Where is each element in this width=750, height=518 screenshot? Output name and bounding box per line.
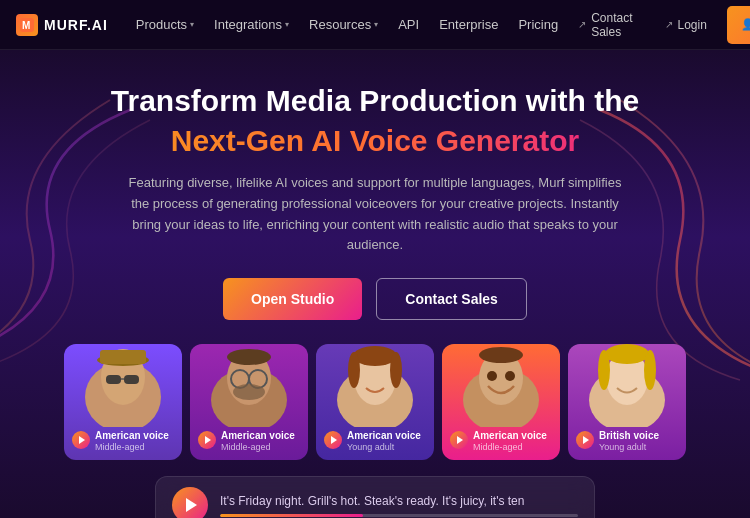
play-button-2[interactable] [198, 431, 216, 449]
hero-section: Transform Media Production with the Next… [0, 50, 750, 518]
svg-point-24 [505, 371, 515, 381]
nav-api[interactable]: API [390, 13, 427, 36]
voice-avatar-4 [442, 344, 560, 424]
voice-label-1: American voice Middle-aged [95, 430, 169, 452]
voice-card-5[interactable]: British voice Young adult [568, 344, 686, 460]
play-button-5[interactable] [576, 431, 594, 449]
svg-text:M: M [22, 20, 30, 31]
audio-player: It's Friday night. Grill's hot. Steak's … [155, 476, 595, 518]
voice-cards-container: American voice Middle-aged [64, 344, 686, 460]
svg-point-29 [598, 350, 610, 390]
nav-resources[interactable]: Resources ▾ [301, 13, 386, 36]
contact-sales-button[interactable]: Contact Sales [376, 278, 527, 320]
nav-pricing[interactable]: Pricing [510, 13, 566, 36]
svg-point-25 [479, 347, 523, 363]
nav-products[interactable]: Products ▾ [128, 13, 202, 36]
play-main-icon [186, 498, 197, 512]
contact-sales-link[interactable]: ↗ Contact Sales [566, 6, 644, 44]
svg-point-23 [487, 371, 497, 381]
play-button-1[interactable] [72, 431, 90, 449]
voice-avatar-2 [190, 344, 308, 424]
play-button-3[interactable] [324, 431, 342, 449]
chevron-down-icon: ▾ [374, 20, 378, 29]
play-icon-5 [583, 436, 589, 444]
svg-rect-5 [100, 350, 146, 364]
hero-title-line2: Next-Gen AI Voice Generator [111, 122, 639, 160]
voice-card-3[interactable]: American voice Young adult [316, 344, 434, 460]
open-studio-button[interactable]: Open Studio [223, 278, 362, 320]
hero-subtitle: Featuring diverse, lifelike AI voices an… [125, 173, 625, 256]
voice-card-2[interactable]: American voice Middle-aged [190, 344, 308, 460]
logo[interactable]: M MURF.AI [16, 14, 108, 36]
play-button-4[interactable] [450, 431, 468, 449]
chevron-down-icon: ▾ [285, 20, 289, 29]
signup-button[interactable]: 👤 Sign Up [727, 6, 750, 44]
play-icon-2 [205, 436, 211, 444]
voice-avatar-3 [316, 344, 434, 424]
voice-card-1[interactable]: American voice Middle-aged [64, 344, 182, 460]
svg-point-15 [227, 349, 271, 365]
external-link-icon: ↗ [665, 19, 673, 30]
login-link[interactable]: ↗ Login [653, 13, 719, 37]
play-icon-3 [331, 436, 337, 444]
svg-point-19 [348, 352, 360, 388]
voice-label-3: American voice Young adult [347, 430, 421, 452]
nav-right: ↗ Contact Sales ↗ Login 👤 Sign Up [566, 6, 750, 44]
voice-label-5: British voice Young adult [599, 430, 659, 452]
voice-info-1: American voice Middle-aged [64, 424, 182, 460]
hero-title-line1: Transform Media Production with the [111, 82, 639, 120]
svg-point-20 [390, 352, 402, 388]
svg-point-14 [233, 384, 265, 400]
voice-info-2: American voice Middle-aged [190, 424, 308, 460]
svg-rect-7 [124, 375, 139, 384]
voice-info-3: American voice Young adult [316, 424, 434, 460]
voice-label-2: American voice Middle-aged [221, 430, 295, 452]
logo-text: MURF.AI [44, 17, 108, 33]
logo-icon: M [16, 14, 38, 36]
voice-card-4[interactable]: American voice Middle-aged [442, 344, 560, 460]
nav-enterprise[interactable]: Enterprise [431, 13, 506, 36]
voice-info-4: American voice Middle-aged [442, 424, 560, 460]
svg-point-28 [605, 344, 649, 364]
audio-right: It's Friday night. Grill's hot. Steak's … [220, 494, 578, 517]
voice-avatar-1 [64, 344, 182, 424]
hero-buttons: Open Studio Contact Sales [111, 278, 639, 320]
user-icon: 👤 [741, 18, 750, 31]
hero-content: Transform Media Production with the Next… [111, 82, 639, 344]
voice-label-4: American voice Middle-aged [473, 430, 547, 452]
navbar: M MURF.AI Products ▾ Integrations ▾ Reso… [0, 0, 750, 50]
nav-links: Products ▾ Integrations ▾ Resources ▾ AP… [128, 13, 566, 36]
svg-rect-6 [106, 375, 121, 384]
audio-text: It's Friday night. Grill's hot. Steak's … [220, 494, 578, 508]
audio-progress-bar[interactable] [220, 514, 578, 517]
voice-info-5: British voice Young adult [568, 424, 686, 460]
nav-integrations[interactable]: Integrations ▾ [206, 13, 297, 36]
svg-point-18 [353, 346, 397, 366]
play-main-button[interactable] [172, 487, 208, 518]
play-icon-4 [457, 436, 463, 444]
external-link-icon: ↗ [578, 19, 586, 30]
audio-progress-fill [220, 514, 363, 517]
voice-avatar-5 [568, 344, 686, 424]
play-icon-1 [79, 436, 85, 444]
chevron-down-icon: ▾ [190, 20, 194, 29]
svg-point-30 [644, 350, 656, 390]
